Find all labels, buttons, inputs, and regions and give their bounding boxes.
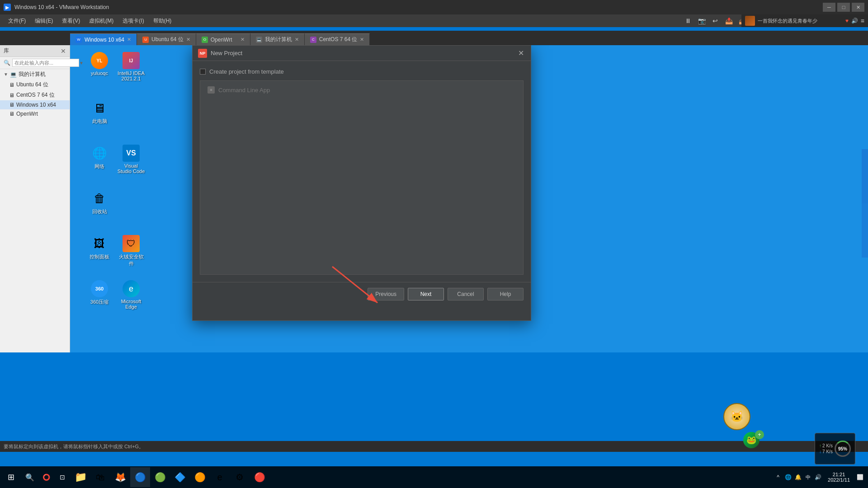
tree-label-centos: CentOS 7 64 位: [16, 91, 55, 99]
left-panel-search: 🔍 ▼: [0, 57, 70, 69]
tab-icon-openwrt: O: [202, 37, 208, 43]
taskbar-search-button[interactable]: 🔍: [22, 469, 38, 485]
tree-item-centos[interactable]: 🖥 CentOS 7 64 位: [0, 90, 70, 100]
taskview-button[interactable]: ⭕: [38, 469, 54, 485]
tab-label-mycomputer: 我的计算机: [265, 36, 292, 43]
tray-expand[interactable]: ^: [774, 470, 783, 484]
search-input[interactable]: [12, 59, 79, 67]
dialog-list-item-cmd[interactable]: ≡ Command Line App: [204, 84, 274, 95]
menu-vm[interactable]: 虚拟机(M): [85, 15, 118, 27]
next-button[interactable]: Next: [408, 288, 444, 300]
previous-button[interactable]: Previous: [368, 288, 404, 300]
vmware-title-text: Windows 10 x64 - VMware Workstation: [14, 4, 823, 10]
dialog-list-item-label-cmd: Command Line App: [218, 87, 270, 94]
dialog-list-item-icon-cmd: ≡: [208, 86, 215, 94]
send-file-btn[interactable]: 📤: [723, 15, 734, 26]
music-volume-icon[interactable]: 🔊: [851, 18, 858, 24]
help-button[interactable]: Help: [487, 288, 524, 300]
vmware-titlebar: ▶ Windows 10 x64 - VMware Workstation ─ …: [0, 0, 868, 14]
net-stats: ↑ 2 K/s ↓ 7 K/s: [819, 443, 833, 454]
start-button[interactable]: ⊞: [0, 466, 22, 488]
pause-btn[interactable]: ⏸: [683, 15, 693, 26]
taskbar-edge-tb[interactable]: e: [210, 467, 230, 487]
taskbar-app3[interactable]: 🔷: [170, 467, 190, 487]
tab-close-win10[interactable]: ✕: [127, 37, 131, 42]
revert-btn[interactable]: ↩: [710, 15, 721, 26]
tray-volume[interactable]: 🔊: [813, 470, 822, 484]
vmware-menubar: 文件(F) 编辑(E) 查看(V) 虚拟机(M) 选项卡(I) 帮助(H) ⏸ …: [0, 14, 868, 27]
tree-item-win10[interactable]: 🖥 Windows 10 x64: [0, 100, 70, 109]
tree-item-mycomputer[interactable]: ▼ 💻 我的计算机: [0, 69, 70, 80]
left-panel-close-btn[interactable]: ✕: [61, 47, 66, 55]
taskbar-datetime[interactable]: 21:21 2022/1/11: [824, 471, 854, 483]
menu-edit[interactable]: 编辑(E): [30, 15, 57, 27]
music-menu-icon[interactable]: ≡: [861, 17, 864, 24]
vmware-statusbar: 要将鼠标定向到该虚拟机，请将鼠标指针移入其中或按 Ctrl+G。: [0, 441, 868, 452]
tray-notification[interactable]: 🔔: [793, 470, 802, 484]
download-speed: 7 K/s: [822, 449, 833, 454]
taskbar-app4[interactable]: 🟠: [190, 467, 210, 487]
net-upload-stat: ↑ 2 K/s: [819, 443, 833, 448]
net-download-stat: ↓ 7 K/s: [819, 449, 833, 454]
music-heart-icon[interactable]: ♥: [845, 18, 849, 24]
win-taskbar: ⊞ 🔍 ⭕ ⊡ 📁 🛍 🦊 🔵 🟢 🔷 🟠 e ⚙ 🔴 ^ 🌐 🔔 中 🔊 21…: [0, 466, 868, 488]
dialog-content-area: ≡ Command Line App: [200, 80, 524, 275]
titlebar-controls: ─ □ ✕: [823, 3, 864, 12]
dialog-titlebar: NP New Project ✕: [193, 46, 531, 61]
taskbar-app2[interactable]: 🟢: [150, 467, 170, 487]
dialog-checkbox-row: Create project from template: [200, 68, 524, 75]
taskbar-store[interactable]: 🛍: [90, 467, 110, 487]
tab-win10[interactable]: W Windows 10 x64 ✕: [70, 33, 137, 45]
close-button[interactable]: ✕: [852, 3, 864, 12]
create-from-template-checkbox[interactable]: [200, 69, 206, 75]
dialog-title-area: NP New Project: [198, 49, 242, 58]
maximize-button[interactable]: □: [837, 3, 850, 12]
dialog-title-text: New Project: [211, 50, 242, 56]
menu-options[interactable]: 选项卡(I): [118, 15, 148, 27]
taskbar-app6[interactable]: 🔴: [250, 467, 269, 487]
search-icon: 🔍: [4, 60, 10, 66]
tree-item-openwrt[interactable]: 🖥 OpenWrt: [0, 109, 70, 118]
tab-close-openwrt[interactable]: ✕: [241, 37, 245, 42]
tree-icon-win10: 🖥: [9, 102, 14, 108]
taskbar-firefox[interactable]: 🦊: [110, 467, 130, 487]
tab-icon-mycomputer: 💻: [256, 37, 262, 43]
music-bar: 一首我怀念的遇见青春年少 ♥ 🔊 ≡: [741, 14, 868, 27]
snap-button[interactable]: ⊡: [54, 469, 71, 485]
tab-close-centos[interactable]: ✕: [360, 37, 364, 42]
tree-icon-centos: 🖥: [9, 92, 14, 99]
left-panel: 库 ✕ 🔍 ▼ ▼ 💻 我的计算机 🖥 Ubuntu 64 位 🖥 CentOS…: [0, 45, 70, 352]
tab-ubuntu[interactable]: U Ubuntu 64 位 ✕: [137, 33, 196, 45]
dialog-icon: NP: [198, 49, 207, 58]
mascot-add-icon[interactable]: +: [755, 430, 764, 439]
tab-close-mycomputer[interactable]: ✕: [295, 37, 299, 42]
tray-notification-center[interactable]: ⬜: [855, 470, 864, 484]
left-panel-title: 库: [4, 47, 9, 55]
menu-help[interactable]: 帮助(H): [149, 15, 176, 27]
taskbar-fileexplorer[interactable]: 📁: [71, 467, 90, 487]
dialog-close-button[interactable]: ✕: [516, 49, 525, 58]
tab-openwrt[interactable]: O OpenWrt ✕: [196, 33, 250, 45]
tree-item-ubuntu[interactable]: 🖥 Ubuntu 64 位: [0, 80, 70, 90]
dialog-overlay: NP New Project ✕ Create project from tem…: [70, 45, 868, 352]
tab-mycomputer[interactable]: 💻 我的计算机 ✕: [250, 33, 305, 45]
vmware-icon: ▶: [4, 4, 11, 11]
upload-arrow-icon: ↑: [819, 443, 821, 448]
cpu-usage-circle: 95%: [835, 441, 851, 457]
minimize-button[interactable]: ─: [823, 3, 835, 12]
snapshot-btn[interactable]: 📷: [696, 15, 707, 26]
taskbar-app5[interactable]: ⚙: [230, 467, 250, 487]
menu-view[interactable]: 查看(V): [57, 15, 85, 27]
tab-close-ubuntu[interactable]: ✕: [186, 37, 190, 42]
dialog-body: Create project from template ≡ Command L…: [193, 61, 531, 282]
mascot-avatar: 🐱: [723, 403, 750, 430]
tray-network[interactable]: 🌐: [783, 470, 793, 484]
tab-icon-centos: C: [310, 37, 316, 43]
tray-ime[interactable]: 中: [803, 470, 812, 484]
taskbar-app1[interactable]: 🔵: [130, 467, 150, 487]
vm-desktop[interactable]: YL yuluoqc IJ IntelliJ IDEA 2021.2.1 🖥 此…: [70, 45, 868, 352]
menu-file[interactable]: 文件(F): [4, 15, 30, 27]
new-project-dialog: NP New Project ✕ Create project from tem…: [192, 45, 531, 321]
tab-centos[interactable]: C CentOS 7 64 位 ✕: [305, 33, 370, 45]
cancel-button[interactable]: Cancel: [448, 288, 484, 300]
